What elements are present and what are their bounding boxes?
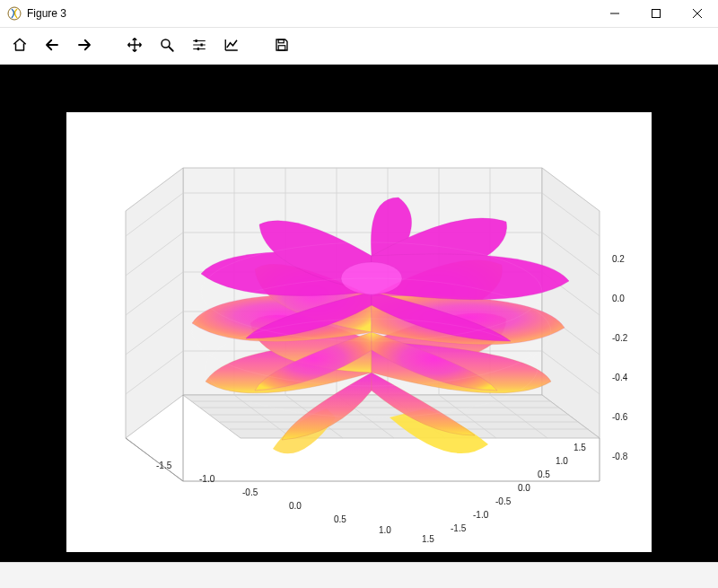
save-icon: [274, 37, 290, 56]
axes3d: [66, 112, 652, 552]
minimize-button[interactable]: [594, 0, 635, 27]
axes-wall-left: [126, 168, 183, 438]
arrow-right-icon: [76, 37, 92, 56]
z-tick-label: 0.2: [612, 254, 625, 264]
zoom-icon: [159, 37, 175, 56]
z-tick-label: 0.0: [612, 294, 625, 303]
save-button[interactable]: [266, 31, 298, 61]
app-icon: [7, 6, 22, 21]
edit-axes-button[interactable]: [215, 31, 248, 61]
z-tick-label: -0.6: [612, 412, 627, 422]
move-icon: [127, 37, 143, 56]
figure-canvas[interactable]: 0.2 0.0 -0.2 -0.4 -0.6 -0.8 1.5 1.0 0.5 …: [66, 112, 652, 552]
arrow-left-icon: [44, 37, 60, 56]
svg-rect-6: [278, 39, 284, 43]
y-tick-label: -0.5: [495, 496, 511, 506]
axes-wall-right: [542, 168, 600, 438]
svg-rect-5: [197, 48, 199, 50]
matplotlib-toolbar: [0, 28, 718, 65]
y-tick-label: -1.5: [451, 523, 466, 533]
x-tick-label: -1.5: [156, 461, 171, 470]
home-button[interactable]: [4, 31, 36, 61]
status-bar: [0, 562, 718, 588]
y-tick-label: 1.0: [556, 456, 568, 466]
y-tick-label: 0.5: [538, 470, 550, 479]
pan-button[interactable]: [118, 31, 151, 61]
y-tick-label: -1.0: [473, 510, 488, 520]
configure-subplots-button[interactable]: [183, 31, 215, 61]
titlebar: Figure 3: [0, 0, 718, 28]
home-icon: [12, 37, 28, 56]
z-tick-label: -0.4: [612, 373, 627, 382]
y-tick-label: 1.5: [574, 443, 586, 452]
x-tick-label: -1.0: [199, 474, 215, 484]
close-button[interactable]: [677, 0, 718, 27]
window-title: Figure 3: [27, 7, 66, 20]
x-tick-label: 1.5: [422, 534, 434, 544]
zoom-button[interactable]: [151, 31, 183, 61]
y-tick-label: 0.0: [518, 483, 530, 493]
maximize-button[interactable]: [635, 0, 677, 27]
z-tick-label: -0.8: [612, 452, 627, 461]
svg-rect-3: [196, 39, 197, 42]
figure-canvas-area: 0.2 0.0 -0.2 -0.4 -0.6 -0.8 1.5 1.0 0.5 …: [0, 65, 718, 562]
svg-rect-1: [652, 10, 661, 18]
x-tick-label: 1.0: [379, 525, 391, 535]
x-tick-label: 0.0: [289, 501, 302, 511]
svg-line-44: [126, 438, 183, 481]
back-button[interactable]: [36, 31, 68, 61]
forward-button[interactable]: [68, 31, 101, 61]
x-tick-label: 0.5: [334, 514, 346, 524]
sliders-icon: [191, 37, 207, 56]
svg-rect-4: [201, 43, 203, 46]
chart-line-icon: [223, 37, 240, 56]
x-tick-label: -0.5: [242, 487, 258, 497]
svg-rect-7: [278, 45, 285, 49]
z-tick-label: -0.2: [612, 333, 627, 343]
